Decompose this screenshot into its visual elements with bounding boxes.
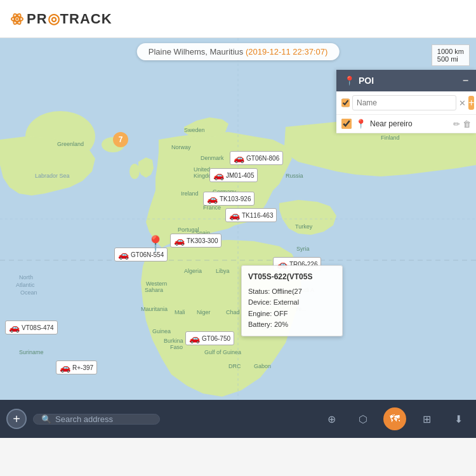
vehicle-popup-status: Status: Offline(27 bbox=[248, 286, 336, 298]
marker-label: TK116-463 bbox=[242, 212, 273, 219]
search-bar[interactable]: 🔍 Search address bbox=[33, 414, 160, 425]
poi-item-actions: ✏ 🗑 bbox=[453, 119, 471, 129]
marker-tk116-463[interactable]: 🚗 TK116-463 bbox=[225, 208, 277, 222]
svg-text:Labrador Sea: Labrador Sea bbox=[35, 173, 70, 179]
marker-label: GT06-750 bbox=[202, 335, 230, 342]
poi-clear-button[interactable]: ✕ bbox=[459, 98, 466, 108]
download-icon: ⬇ bbox=[454, 413, 463, 425]
svg-text:Finland: Finland bbox=[381, 135, 400, 141]
cluster-label: 7 bbox=[119, 135, 123, 144]
toolbar-icons: ⊕ ⬡ 🗺 ⊞ ⬇ bbox=[320, 407, 470, 430]
grid-toolbar-button[interactable]: ⊞ bbox=[415, 407, 438, 430]
add-button[interactable]: + bbox=[6, 409, 27, 429]
scale-indicator: 1000 km 500 mi bbox=[432, 44, 470, 66]
location-icon: ⊕ bbox=[327, 413, 336, 425]
svg-point-8 bbox=[129, 164, 140, 179]
poi-item-pin-icon: 📍 bbox=[355, 119, 366, 129]
svg-text:Mali: Mali bbox=[175, 309, 185, 315]
main-area: Labrador Sea North Atlantic Ocean Greenl… bbox=[0, 38, 476, 438]
svg-text:Greenland: Greenland bbox=[57, 141, 84, 147]
marker-tk103-926[interactable]: 🚗 TK103-926 bbox=[203, 192, 255, 206]
marker-label: R+-397 bbox=[72, 364, 93, 371]
svg-text:North: North bbox=[19, 274, 33, 281]
svg-text:Sahara: Sahara bbox=[145, 287, 163, 293]
marker-r397[interactable]: 🚗 R+-397 bbox=[56, 360, 97, 374]
location-bar: Plaine Wilhems, Mauritius (2019-12-11 22… bbox=[137, 43, 340, 60]
poi-pin-icon: 📍 bbox=[344, 76, 355, 86]
scale-km: 1000 km bbox=[437, 48, 464, 55]
svg-text:Gabon: Gabon bbox=[254, 363, 271, 369]
poi-edit-button[interactable]: ✏ bbox=[453, 119, 460, 129]
logo: PR◎TRACK bbox=[10, 11, 112, 27]
svg-text:Chad: Chad bbox=[226, 309, 240, 315]
svg-point-4 bbox=[16, 18, 18, 20]
svg-text:Algeria: Algeria bbox=[184, 268, 202, 274]
marker-label: VT08S-474 bbox=[22, 324, 54, 331]
marker-gt06n-806[interactable]: 🚗 GT06N-806 bbox=[230, 151, 283, 165]
cluster-icon: ⬡ bbox=[359, 413, 367, 425]
search-icon: 🔍 bbox=[41, 414, 51, 424]
marker-label: TK303-300 bbox=[187, 237, 218, 244]
marker-jm01-405[interactable]: 🚗 JM01-405 bbox=[209, 168, 258, 182]
svg-text:Gulf of Guinea: Gulf of Guinea bbox=[204, 349, 241, 355]
logo-text-left: PR bbox=[27, 11, 48, 27]
logo-text-right: TRACK bbox=[60, 11, 112, 27]
svg-text:United: United bbox=[194, 166, 210, 173]
poi-search-input[interactable] bbox=[352, 95, 456, 110]
location-place: Plaine Wilhems, Mauritius bbox=[149, 47, 244, 56]
scale-mi: 500 mi bbox=[437, 55, 464, 63]
poi-item-checkbox[interactable] bbox=[341, 119, 352, 129]
map-toolbar-button[interactable]: 🗺 bbox=[383, 407, 406, 430]
poi-search-checkbox[interactable] bbox=[341, 98, 350, 108]
poi-minimize-button[interactable]: − bbox=[463, 75, 468, 86]
marker-gt06-750[interactable]: 🚗 GT06-750 bbox=[185, 331, 234, 345]
vehicle-popup-device: Device: External bbox=[248, 297, 336, 308]
vehicle-popup-battery: Battery: 20% bbox=[248, 319, 336, 331]
red-pin-marker[interactable]: 📍 bbox=[146, 235, 165, 253]
svg-text:Mauritania: Mauritania bbox=[141, 306, 168, 312]
map-icon: 🗺 bbox=[390, 413, 400, 425]
svg-text:Western: Western bbox=[146, 281, 167, 287]
svg-text:Russia: Russia bbox=[286, 173, 303, 179]
svg-text:Syria: Syria bbox=[296, 246, 310, 252]
map-background[interactable]: Labrador Sea North Atlantic Ocean Greenl… bbox=[0, 38, 476, 400]
svg-text:Ocean: Ocean bbox=[20, 289, 37, 296]
svg-text:Atlantic: Atlantic bbox=[16, 282, 35, 288]
vehicle-popup-engine: Engine: OFF bbox=[248, 308, 336, 320]
poi-header: 📍 POI − bbox=[336, 70, 476, 91]
marker-tk303-300[interactable]: 🚗 TK303-300 bbox=[170, 234, 221, 248]
marker-vt08s-474[interactable]: 🚗 VT08S-474 bbox=[5, 321, 58, 334]
bottom-toolbar: + 🔍 Search address ⊕ ⬡ 🗺 ⊞ ⬇ bbox=[0, 400, 476, 438]
logo-icon bbox=[10, 12, 24, 26]
grid-icon: ⊞ bbox=[423, 413, 431, 425]
poi-delete-button[interactable]: 🗑 bbox=[463, 119, 471, 129]
poi-search-row: ✕ + bbox=[336, 91, 476, 115]
poi-panel: 📍 POI − ✕ + 📍 Near pereiro ✏ 🗑 bbox=[336, 70, 476, 133]
svg-text:Libya: Libya bbox=[216, 268, 230, 274]
poi-add-button[interactable]: + bbox=[468, 96, 474, 110]
marker-label: JM01-405 bbox=[226, 172, 254, 179]
poi-item-row: 📍 Near pereiro ✏ 🗑 bbox=[336, 115, 476, 133]
add-icon: + bbox=[13, 412, 20, 426]
download-toolbar-button[interactable]: ⬇ bbox=[447, 407, 470, 430]
svg-text:Burkina: Burkina bbox=[164, 338, 183, 344]
location-toolbar-button[interactable]: ⊕ bbox=[320, 407, 343, 430]
svg-text:Denmark: Denmark bbox=[201, 155, 224, 161]
vehicle-popup-name: VT05S-622(VT05S bbox=[248, 271, 336, 283]
app-header: PR◎TRACK bbox=[0, 0, 476, 38]
vehicle-info-popup: VT05S-622(VT05S Status: Offline(27 Devic… bbox=[241, 265, 343, 336]
location-datetime: (2019-12-11 22:37:07) bbox=[246, 47, 327, 56]
marker-label: GT06N-806 bbox=[246, 155, 279, 162]
svg-text:Sweden: Sweden bbox=[184, 127, 205, 133]
svg-text:Niger: Niger bbox=[197, 309, 211, 315]
svg-text:Turkey: Turkey bbox=[295, 223, 313, 230]
cluster-badge[interactable]: 7 bbox=[113, 132, 128, 147]
marker-label: TK103-926 bbox=[220, 195, 251, 202]
svg-text:Faso: Faso bbox=[170, 344, 183, 350]
svg-text:Ireland: Ireland bbox=[181, 190, 199, 197]
search-bar-text: Search address bbox=[55, 414, 113, 424]
logo-text: PR◎TRACK bbox=[27, 11, 112, 27]
svg-text:DRC: DRC bbox=[228, 363, 241, 369]
cluster-toolbar-button[interactable]: ⬡ bbox=[352, 407, 374, 430]
svg-text:Guinea: Guinea bbox=[152, 328, 171, 334]
